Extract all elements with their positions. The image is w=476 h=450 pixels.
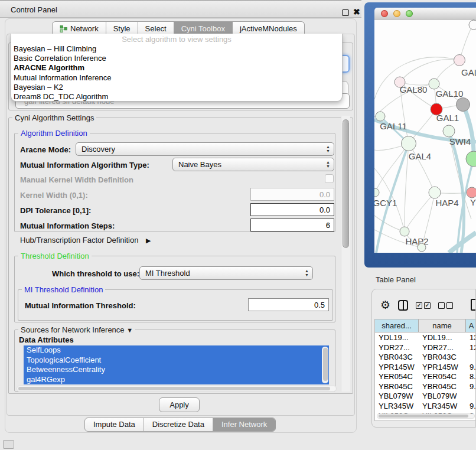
data-attribute-item[interactable]: BetweennessCentrality [24,365,329,375]
tab-jactivemnodules[interactable]: jActiveMNodules [233,21,305,34]
network-node[interactable] [469,20,476,30]
table-row[interactable]: YPR145WYPR145W9. [375,362,476,372]
tab-style[interactable]: Style [106,21,138,34]
tab-discretize-data[interactable]: Discretize Data [144,418,213,431]
kernel-width-label: Kernel Width (0,1): [20,191,88,200]
table-row[interactable]: YER054CYER054C8. [375,371,476,381]
network-edge[interactable] [405,193,435,231]
network-edge[interactable] [400,60,459,82]
column-header-shared-name[interactable]: shared... [375,319,419,332]
column-header-name[interactable]: name [419,319,466,332]
network-node-gal11[interactable] [376,112,385,121]
network-edge-highlighted[interactable] [449,131,464,253]
network-node[interactable] [457,98,470,112]
stepper-icon: ▲▼ [326,145,330,153]
control-panel-title: Control Panel [11,5,57,14]
table-cell: YBL079W [419,391,466,401]
float-window-icon[interactable] [342,9,349,16]
table-cell [466,391,476,401]
table-cell [466,352,476,362]
aracne-mode-combo[interactable]: Discovery ▲▼ [76,142,334,156]
tab-select[interactable]: Select [138,21,174,34]
data-attribute-item[interactable]: SelfLoops [24,345,329,356]
attributes-hscrollbar[interactable] [17,386,337,392]
network-edge[interactable] [375,144,409,193]
attributes-scrollbar[interactable] [322,347,328,383]
algorithm-option[interactable]: Dream8 DC_TDC Algorithm [11,92,342,102]
mi-threshold-input[interactable]: 0.5 [248,298,329,311]
tab-cyni-toolbox[interactable]: Cyni Toolbox [174,21,233,34]
algorithm-option[interactable]: Mutual Information Inference [11,73,342,83]
table-cell: YPR145W [375,362,419,372]
network-node-swi4[interactable] [443,125,455,137]
table-row[interactable]: YLR345WYLR345W9. [375,401,476,411]
network-icon [60,25,67,32]
network-node-gal[interactable] [454,55,465,66]
mi-threshold-definition-title: MI Threshold Definition [22,285,105,294]
node-table[interactable]: shared... name A YDL19...YDL19...13YDR27… [374,319,476,421]
which-threshold-combo[interactable]: MI Threshold ▲▼ [139,266,313,280]
zoom-traffic-light[interactable] [406,10,413,17]
mi-steps-input[interactable]: 6 [250,219,334,231]
table-row[interactable]: YBR045CYBR045C9. [375,381,476,392]
algorithm-definition-title: Algorithm Definition [18,129,90,138]
dpi-tolerance-input[interactable]: 0.0 [250,203,334,216]
hub-definition-expander[interactable]: Hub/Transcription Factor Definition ▶ [20,236,151,244]
sources-title[interactable]: Sources for Network Inference ▼ [18,325,135,334]
data-attributes-list[interactable]: SelfLoopsTopologicalCoefficientBetweenne… [24,345,329,384]
table-header-row: shared... name A [375,319,476,332]
aracne-mode-label: Aracne Mode: [20,145,71,154]
split-columns-icon[interactable] [398,300,408,311]
network-node-gal4[interactable] [402,136,416,151]
table-row[interactable]: YDR27...YDR27...12 [375,343,476,353]
network-canvas[interactable]: GALGAL80GAL10GAL1GAL11SWI4GAL4GCY1HAP4YH… [374,19,476,253]
network-node-hap4[interactable] [429,187,441,198]
network-edge[interactable] [374,216,405,231]
network-node[interactable] [466,151,476,167]
network-window-titlebar[interactable] [374,8,476,19]
threshold-definition-title: Threshold Definition [18,252,92,260]
close-traffic-light[interactable] [381,10,388,17]
checked-columns-icon[interactable]: ✓✓ [416,302,431,309]
network-node-gal10[interactable] [429,79,439,89]
node-label: GAL11 [380,121,407,131]
table-panel-title: Table Panel [376,275,416,284]
network-node-gcy1[interactable] [374,188,379,197]
table-row[interactable]: YDL19...YDL19...13 [375,332,476,343]
data-attribute-item[interactable]: gal4RGexp [24,375,329,385]
mi-type-combo[interactable]: Naive Bayes ▲▼ [172,158,334,171]
tab-impute-data[interactable]: Impute Data [85,418,144,431]
minimize-traffic-light[interactable] [393,10,400,17]
network-node-hap2[interactable] [400,227,409,236]
table-row[interactable]: YBL079WYBL079W [375,391,476,401]
table-cell: 13 [466,332,476,343]
network-edge-highlighted[interactable] [463,105,474,159]
settings-scrollbar[interactable] [341,116,350,392]
data-attribute-item[interactable]: TopologicalCoefficient [24,356,329,366]
manual-kernel-label: Manual Kernel Width Definition [20,175,133,184]
table-hscrollbar[interactable] [377,413,475,419]
node-label: GAL80 [400,84,428,94]
apply-button[interactable]: Apply [159,397,200,412]
kernel-width-input[interactable]: 0.0 [250,188,334,201]
tab-network[interactable]: Network [52,21,106,34]
table-cell: YDL19... [419,332,466,343]
table-cell: YBR043C [375,352,419,362]
algorithm-option[interactable]: ARACNE Algorithm [11,63,342,73]
table-row[interactable]: YBR043CYBR043C [375,352,476,362]
algorithm-option[interactable]: Bayesian – Hill Climbing [11,44,342,54]
settings-scrollbar-thumb[interactable] [343,119,349,248]
algorithm-option[interactable]: Bayesian – K2 [11,83,342,92]
cyni-bottom-tabs: Impute Data Discretize Data Infer Networ… [84,418,276,432]
manual-kernel-checkbox[interactable] [325,174,334,183]
unchecked-columns-icon[interactable] [438,302,453,309]
tab-infer-network[interactable]: Infer Network [213,418,275,431]
dock-panel-icon[interactable] [3,440,14,449]
document-icon[interactable] [471,299,476,311]
column-header-partial[interactable]: A [466,319,476,332]
close-icon[interactable]: ✖ [353,7,360,17]
gear-icon[interactable]: ⚙ [380,299,390,311]
algorithm-option[interactable]: Basic Correlation Inference [11,54,342,63]
node-label: GAL [461,67,476,77]
network-node-y[interactable] [467,187,476,198]
